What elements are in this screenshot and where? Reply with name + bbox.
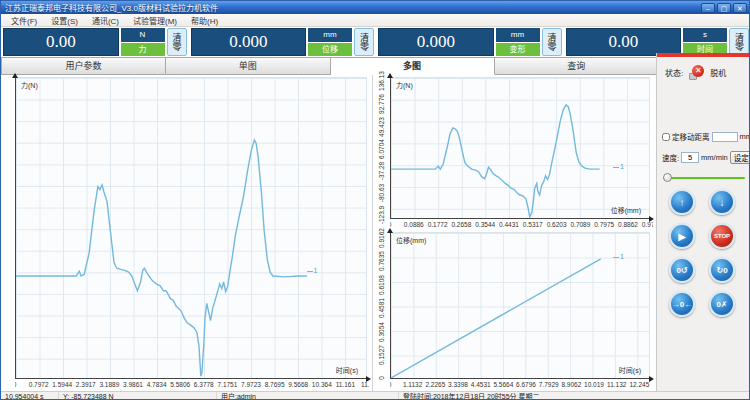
menu-item[interactable]: 文件(F) (4, 15, 44, 26)
jog-up-button[interactable]: ↑ (669, 189, 695, 215)
y-tick-label: -123.9 (378, 206, 385, 224)
x-tick-label: 0.1772 (428, 221, 448, 228)
return-zero-button[interactable]: 0↺ (669, 257, 695, 283)
fixed-distance-checkbox[interactable] (662, 133, 670, 141)
displacement-unit: mm (308, 28, 352, 42)
y-tick-label: 136.13 (378, 71, 385, 91)
x-tick-label: 0.7972 (29, 381, 49, 388)
x-tick-label: 11.132 (607, 381, 626, 388)
speed-input[interactable] (681, 152, 699, 163)
displacement-clear-button[interactable]: 清零 (354, 28, 374, 56)
x-tick-label: 11.161 (336, 381, 355, 388)
curve-svg (16, 78, 366, 378)
x-axis-label: 时间(s) (336, 365, 358, 375)
fixed-distance-row: 定移动距离 mm (662, 131, 750, 142)
speed-label: 速度: (662, 152, 679, 163)
deformation-label: 变形 (496, 43, 540, 57)
slider-thumb[interactable] (663, 173, 672, 182)
displacement-label: 位移 (308, 43, 352, 57)
x-tick-label: 5.5806 (170, 381, 190, 388)
zero-position-button[interactable]: →0← (669, 291, 695, 317)
close-button[interactable]: ✕ (733, 3, 747, 13)
fixed-distance-input[interactable] (712, 132, 738, 142)
force-value: 0.00 (3, 28, 119, 56)
time-unit: s (683, 28, 727, 42)
y-tick-label: -80.63 (378, 184, 385, 202)
status-bar-item: 用户:admin (217, 392, 399, 400)
x-tick-label: 1.1132 (403, 381, 422, 388)
x-axis-ticks: 00.08860.17720.26580.35440.44310.53170.6… (390, 221, 653, 231)
maximize-button[interactable]: ▢ (717, 3, 731, 13)
force-clear-button[interactable]: 清零 (167, 28, 187, 56)
status-bar: 10.954004 sY: -85.723488 N用户:admin登陆时间:2… (1, 391, 750, 400)
y-tick-label: 6.0704 (378, 139, 385, 159)
series-legend: 1 (613, 253, 624, 260)
tab-多图[interactable]: 多图 (331, 57, 495, 75)
window-titlebar[interactable]: 江苏正瑞泰邦电子科技有限公司_V3.0版材料试验拉力机软件 –▢✕ (1, 1, 750, 14)
force-unit: N (121, 28, 165, 42)
speed-slider[interactable] (663, 173, 745, 183)
menu-item[interactable]: 帮助(H) (184, 15, 225, 26)
status-bar-item: Y: -85.723488 N (59, 392, 217, 400)
time-clear-button[interactable]: 清零 (729, 28, 749, 56)
stop-button[interactable]: STOP (709, 223, 735, 249)
set-speed-button[interactable]: 设定 (730, 151, 750, 164)
multi-chart-panel: 136.1392.77649.4236.0704-37.28-80.63-123… (373, 75, 657, 391)
x-tick-label: 7.9723 (241, 381, 261, 388)
displacement-time-plot: 位移(mm) 时间(s) 1 (390, 232, 650, 379)
x-tick-label: 6.6796 (516, 381, 536, 388)
fixed-distance-unit: mm (740, 132, 750, 141)
force-display-group: 0.00 N 力 清零 (3, 28, 187, 56)
panel-accent-bar (657, 53, 750, 57)
speed-unit: mm/min (701, 153, 728, 162)
clear-calib-button[interactable]: 0✗ (709, 291, 735, 317)
time-display-group: 0.00 s 时间 清零 (566, 28, 750, 56)
displacement-value: 0.000 (191, 28, 307, 56)
y-tick-label: 92.776 (378, 94, 385, 114)
x-tick-label: 1.5944 (52, 381, 72, 388)
minimize-button[interactable]: – (701, 3, 715, 13)
series-legend: 1 (613, 163, 624, 170)
x-tick-label: 0.3544 (475, 221, 495, 228)
start-button[interactable]: ▶ (669, 223, 695, 249)
menu-bar: 文件(F)设置(S)通讯(C)试验管理(M)帮助(H) (1, 14, 750, 27)
x-tick-label: 0.8862 (618, 221, 638, 228)
slider-track[interactable] (663, 177, 745, 179)
y-axis-label: 力(N) (396, 80, 413, 90)
x-tick-label: 0.5317 (523, 221, 543, 228)
connection-status-row: 状态: ✕ 脱机 (665, 65, 726, 80)
x-tick-label: 7.1751 (217, 381, 237, 388)
tab-用户参数[interactable]: 用户参数 (1, 57, 166, 75)
x-tick-label: 6.3778 (194, 381, 214, 388)
tab-查询[interactable]: 查询 (495, 57, 659, 75)
window-title: 江苏正瑞泰邦电子科技有限公司_V3.0版材料试验拉力机软件 (5, 2, 218, 13)
y-axis-ticks: 136.1392.77649.4236.0704-37.28-80.63-123… (373, 77, 389, 219)
offline-status-icon: ✕ (689, 65, 704, 80)
y-tick-label: 0.4581 (378, 298, 385, 318)
cycle-button[interactable]: ↻0 (709, 257, 735, 283)
red-x-icon: ✕ (692, 65, 704, 77)
deformation-clear-button[interactable]: 清零 (542, 28, 562, 56)
menu-item[interactable]: 通讯(C) (85, 15, 126, 26)
menu-item[interactable]: 试验管理(M) (126, 15, 184, 26)
force-label: 力 (121, 43, 165, 57)
x-tick-label: 10.364 (312, 381, 332, 388)
force-displacement-plot: 力(N) 位移(mm) 1 (390, 77, 650, 219)
measurement-displays: 0.00 N 力 清零 0.000 mm 位移 清零 0.000 mm 变形 清… (1, 27, 750, 57)
x-tick-label: 0.7089 (570, 221, 590, 228)
y-axis-label: 力(N) (21, 80, 38, 90)
y-tick-label: 0 (378, 376, 385, 380)
x-axis-label: 时间(s) (619, 365, 641, 375)
menu-item[interactable]: 设置(S) (44, 15, 85, 26)
tab-单图[interactable]: 单图 (166, 57, 330, 75)
y-tick-label: 0.9162 (378, 228, 385, 248)
deformation-display-group: 0.000 mm 变形 清零 (378, 28, 562, 56)
curve-svg (391, 233, 649, 378)
x-tick-label: 12.245 (629, 381, 649, 388)
x-tick-label: 2.3917 (76, 381, 96, 388)
y-tick-label: 49.423 (378, 117, 385, 137)
curve-svg (391, 78, 649, 218)
x-tick-label: 8.9062 (561, 381, 581, 388)
jog-down-button[interactable]: ↓ (709, 189, 735, 215)
y-tick-label: 0.3054 (378, 322, 385, 342)
